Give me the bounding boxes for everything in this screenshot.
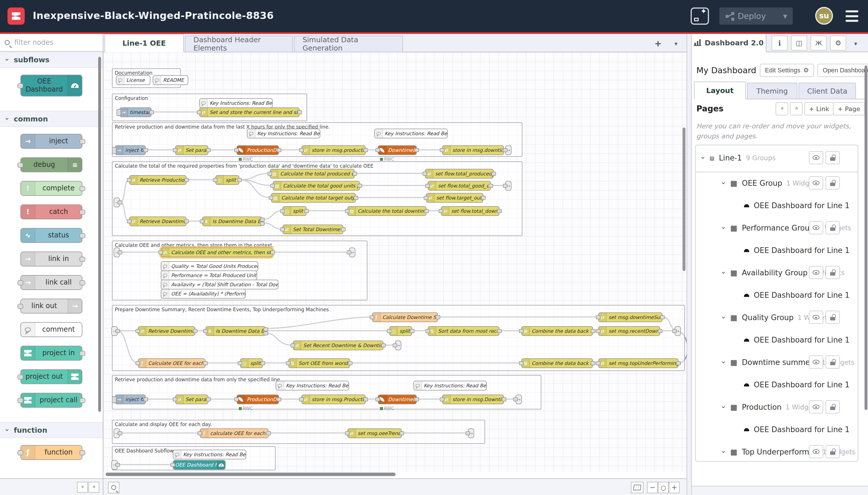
flow-node-comment[interactable]: Key Instructions: Read Before Proceeding (276, 381, 349, 391)
output-port[interactable] (263, 327, 268, 331)
flow-node-func[interactable]: ƒCalculate Downtime Summery (372, 312, 438, 322)
palette-node-debug[interactable]: debug≡ (20, 157, 82, 172)
sidebar-menu-caret-icon[interactable]: ▾ (854, 40, 857, 47)
main-menu-icon[interactable] (846, 10, 858, 22)
visibility-toggle-button[interactable] (809, 445, 823, 458)
output-port[interactable] (348, 361, 352, 365)
palette-node-link-in[interactable]: →link in (20, 252, 82, 267)
tab-dashboard-header-elements[interactable]: Dashboard Header Elements (185, 36, 293, 52)
flow-node-change[interactable]: ⇄set flow.total_produced_units (425, 169, 494, 178)
output-port[interactable] (354, 196, 358, 200)
tree-row-oee-dashboard-for-line-1[interactable]: OEE Dashboard for Line 1 (696, 377, 858, 393)
output-port[interactable] (237, 178, 242, 182)
flow-node-change[interactable]: ⇄Set Recent Downtime & Downtime summery … (293, 341, 383, 350)
palette-node-comment[interactable]: comment (20, 322, 82, 337)
palette-category-common[interactable]: ›common (0, 111, 103, 127)
input-port[interactable] (18, 398, 23, 403)
visibility-toggle-button[interactable] (809, 311, 823, 324)
output-port[interactable] (266, 431, 271, 435)
flow-node-influx[interactable]: ProductionDataRWC (237, 145, 279, 155)
palette-node-status[interactable]: ∿status (20, 228, 82, 243)
flow-node-link[interactable]: → (516, 394, 522, 404)
visibility-toggle-button[interactable] (809, 400, 823, 413)
docs-button[interactable]: ◫ (791, 36, 807, 51)
canvas-search-button[interactable] (108, 482, 119, 493)
flow-node-comment[interactable]: License (116, 75, 151, 85)
output-port[interactable] (410, 329, 415, 333)
navigator-map-button[interactable] (631, 482, 644, 493)
flow-node-change[interactable]: ⇄set msg.downtimeSummery (598, 312, 662, 322)
tree-row-top-underperformi-[interactable]: ›▦Top Underperformi...1 Widgets (696, 444, 858, 460)
chevron-down-icon[interactable]: › (719, 406, 728, 409)
input-port[interactable] (440, 148, 444, 152)
flow-node-sort[interactable]: ⇅Sort data from most recent to oldest (428, 326, 500, 336)
palette-node-project-call[interactable]: project call (20, 393, 82, 408)
collapse-pages-button[interactable]: « (776, 102, 788, 116)
flow-node-inject[interactable]: →timestamp ¹ (119, 107, 152, 117)
output-port[interactable] (591, 329, 595, 333)
flow-node-influx[interactable]: DowntimeDataRWC (378, 145, 417, 155)
output-port[interactable] (80, 351, 85, 356)
palette-scrollbar[interactable] (98, 57, 101, 412)
input-port[interactable] (503, 184, 507, 188)
collapse-all-button[interactable]: « (77, 482, 88, 493)
input-port[interactable] (376, 397, 380, 402)
output-port[interactable] (358, 184, 362, 188)
flow-node-change[interactable]: ⇄set msg.recentDowntime (598, 326, 660, 336)
deploy-options-caret-icon[interactable]: ▼ (777, 13, 793, 19)
input-port[interactable] (286, 361, 291, 365)
input-port[interactable] (513, 397, 518, 402)
tab-theming[interactable]: Theming (747, 83, 797, 99)
tree-row-oee-dashboard-for-line-1[interactable]: OEE Dashboard for Line 1 (696, 242, 858, 258)
tree-row-line-1[interactable]: ›⧈Line-19 Groups (696, 150, 858, 166)
flow-node-change[interactable]: ⇄store in msg.production_data (301, 145, 366, 155)
flow-node-sort[interactable]: ⇅Sort OEE from worst to best (288, 358, 350, 368)
zoom-out-button[interactable]: − (647, 482, 658, 493)
input-port[interactable] (171, 463, 175, 467)
input-port[interactable] (424, 196, 428, 200)
output-port[interactable] (436, 315, 440, 319)
flow-node-change[interactable]: ⇄Retrieve Downtime Data (129, 217, 187, 226)
input-port[interactable] (519, 361, 524, 365)
palette-category-function[interactable]: ›function (0, 422, 103, 438)
flow-node-switch[interactable]: ⋔Is Downtime Data Empty? (206, 326, 266, 336)
input-port[interactable] (18, 374, 23, 379)
flow-node-influx[interactable]: DowntimeDataRWC (378, 394, 417, 404)
input-port[interactable] (503, 148, 507, 152)
input-port[interactable] (18, 163, 23, 168)
input-port[interactable] (299, 397, 304, 402)
input-port[interactable] (393, 343, 397, 347)
flow-node-comment[interactable]: Key Instructions: Read Before Proceeding (374, 129, 448, 138)
flow-node-calc[interactable]: ▤Calculate the total produced units toda… (270, 169, 355, 178)
output-port[interactable] (591, 361, 595, 365)
lock-toggle-button[interactable] (826, 176, 840, 189)
output-port[interactable] (143, 148, 148, 152)
tree-row-availability-group[interactable]: ›▦Availability Group1 Widgets (696, 265, 858, 281)
flow-node-calc[interactable]: ▤Calculate the total good units produced… (273, 181, 360, 191)
visibility-toggle-button[interactable] (809, 151, 823, 164)
input-port[interactable] (18, 83, 23, 88)
lock-toggle-button[interactable] (826, 266, 840, 279)
input-port[interactable] (672, 329, 677, 333)
flow-list-caret-icon[interactable]: ▾ (675, 40, 677, 47)
tree-row-production[interactable]: ›▦Production1 Widgets (696, 399, 858, 415)
input-port[interactable] (426, 184, 430, 188)
output-port[interactable] (80, 233, 85, 238)
flow-node-link[interactable]: → (114, 428, 120, 438)
input-port[interactable] (200, 219, 204, 223)
flow-node-change[interactable]: ⇄Set params (175, 145, 208, 155)
flow-node-comment[interactable]: Key Instructions: Read Before Proceeding (413, 381, 487, 391)
input-port[interactable] (440, 397, 444, 402)
input-port[interactable] (158, 250, 163, 254)
output-port[interactable] (676, 361, 681, 365)
flow-node-join[interactable]: ⊞Combine the data back into an array. (521, 326, 593, 336)
output-port[interactable] (277, 148, 281, 152)
flow-node-link[interactable]: → (114, 248, 120, 257)
open-dashboard-button[interactable]: Open Dashboard⧉ (817, 64, 868, 77)
visibility-toggle-button[interactable] (809, 266, 823, 279)
palette-node-function[interactable]: ƒfunction (20, 445, 82, 460)
tree-row-oee-group[interactable]: ›▦OEE Group1 Widgets (696, 175, 858, 191)
input-port[interactable] (596, 361, 601, 365)
output-port[interactable] (297, 110, 302, 114)
flow-node-calc[interactable]: ▤Calculate the total downtime duration (347, 206, 427, 216)
